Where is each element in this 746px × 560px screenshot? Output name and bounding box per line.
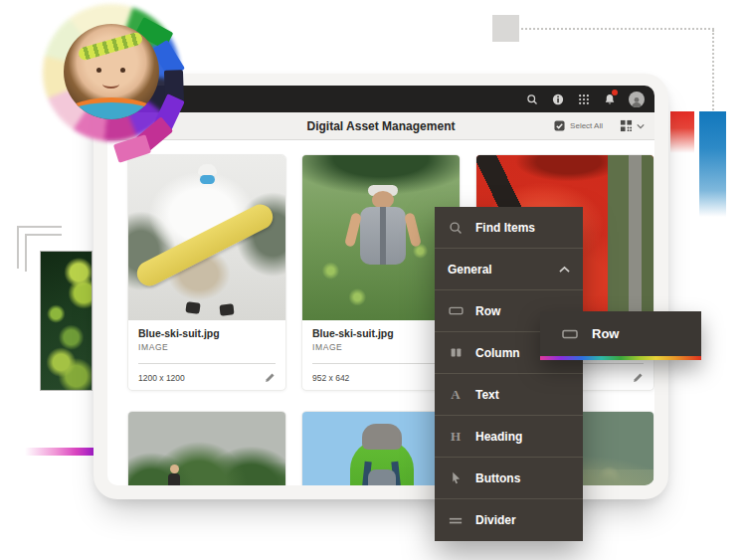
menu-item-buttons[interactable]: Buttons [435, 458, 583, 499]
asset-filename: Blue-ski-suit.jpg [138, 327, 276, 339]
blue-gradient-bar [699, 111, 726, 217]
search-icon [448, 221, 464, 235]
heading-icon: H [448, 429, 464, 445]
red-gradient-bar [670, 111, 694, 153]
menu-item-text[interactable]: A Text [435, 374, 583, 416]
page: Digital Asset Management Select All [0, 0, 746, 560]
asset-thumbnail-snowboarder [128, 155, 285, 320]
select-all-checkbox-icon [554, 120, 565, 131]
dotted-line-horizontal [521, 28, 714, 30]
edit-pencil-icon[interactable] [633, 372, 644, 383]
asset-type-label: IMAGE [138, 342, 276, 352]
menu-item-heading[interactable]: H Heading [435, 416, 583, 458]
edit-pencil-icon[interactable] [265, 372, 276, 383]
component-menu: Find Items General Row Column A Text H [435, 207, 583, 541]
menu-item-label: Text [475, 388, 499, 402]
chevron-up-icon [559, 266, 570, 274]
select-all-label: Select All [570, 121, 603, 130]
notifications-icon[interactable] [603, 93, 616, 105]
menu-group-label: General [448, 263, 492, 277]
menu-item-divider[interactable]: Divider [435, 499, 583, 541]
text-icon: A [448, 387, 464, 403]
column-icon [448, 347, 464, 358]
help-icon[interactable] [551, 93, 564, 105]
dotted-line-vertical [712, 30, 714, 113]
woman-portrait [64, 24, 159, 119]
asset-thumbnail-park [128, 412, 285, 485]
notification-badge [612, 90, 618, 95]
menu-item-label: Heading [475, 430, 522, 444]
row-flyout[interactable]: Row [540, 311, 701, 360]
gray-square-decoration [492, 15, 519, 42]
select-all-button[interactable]: Select All [554, 120, 603, 131]
asset-dimensions: 952 x 642 [312, 373, 349, 383]
menu-find-items[interactable]: Find Items [435, 207, 583, 249]
pink-gradient-bar [25, 448, 93, 456]
asset-type-label: IMAGE [312, 342, 450, 352]
flyout-label: Row [592, 326, 619, 341]
asset-filename: Blue-ski-suit.jpg [312, 327, 450, 339]
account-avatar[interactable] [629, 92, 645, 107]
app-switcher-icon[interactable] [577, 93, 590, 105]
asset-dimensions: 1200 x 1200 [138, 373, 185, 383]
asset-card[interactable]: Blue-ski-suit.jpg IMAGE 1200 x 1200 [127, 154, 286, 391]
asset-card[interactable] [127, 411, 286, 485]
view-switcher[interactable] [620, 119, 645, 132]
card-view-icon [620, 119, 633, 132]
menu-item-label: Buttons [475, 471, 520, 485]
chevron-down-icon [637, 123, 645, 129]
row-icon [448, 305, 464, 316]
menu-item-label: Column [475, 346, 520, 360]
cursor-icon [448, 471, 464, 484]
row-icon [562, 328, 578, 340]
menu-item-label: Divider [475, 513, 516, 527]
portrait-color-wheel [35, 2, 194, 157]
tree-photo-decoration [40, 251, 93, 391]
divider-icon [448, 516, 464, 525]
menu-item-label: Find Items [475, 221, 535, 235]
menu-item-label: Row [475, 304, 500, 318]
menu-group-general[interactable]: General [435, 249, 583, 290]
search-icon[interactable] [525, 93, 538, 105]
